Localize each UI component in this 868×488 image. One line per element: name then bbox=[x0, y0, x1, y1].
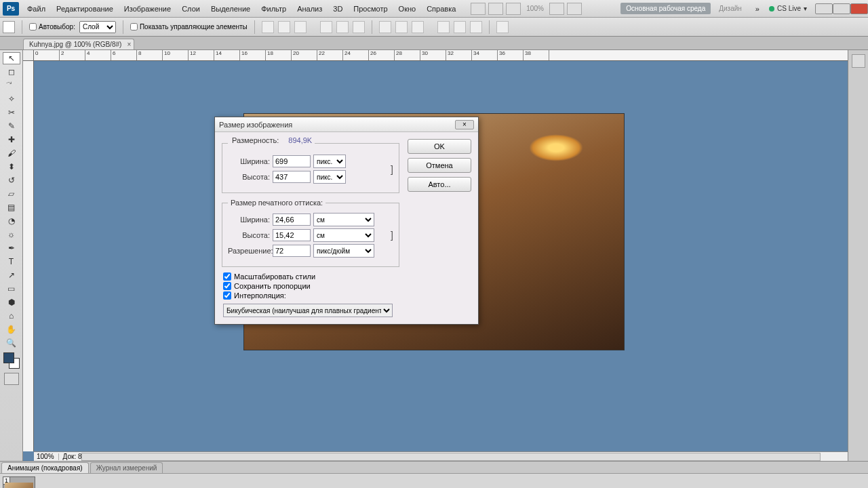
print-width-unit[interactable]: см bbox=[313, 213, 374, 226]
dodge-tool[interactable]: ☼ bbox=[3, 228, 20, 241]
align-icon[interactable] bbox=[278, 21, 290, 33]
close-button[interactable] bbox=[850, 3, 868, 14]
tab-animation[interactable]: Анимация (покадровая) bbox=[1, 462, 89, 473]
heal-tool[interactable]: ✚ bbox=[3, 134, 20, 146]
ruler-horizontal[interactable]: 02468101214161820222426283032343638 bbox=[34, 50, 848, 61]
link-icon: ] bbox=[391, 164, 393, 175]
bridge-icon[interactable] bbox=[471, 3, 486, 15]
workspace-primary[interactable]: Основная рабочая среда bbox=[620, 3, 711, 14]
resolution-input[interactable] bbox=[273, 245, 311, 257]
zoom-tool[interactable]: 🔍 bbox=[3, 337, 20, 349]
status-zoom[interactable]: 100% bbox=[37, 453, 54, 460]
3d-camera-tool[interactable]: ⌂ bbox=[3, 310, 20, 322]
align-icon[interactable] bbox=[353, 21, 365, 33]
maximize-button[interactable] bbox=[833, 3, 850, 14]
options-bar: Автовыбор: Слой Показать управляющие эле… bbox=[0, 18, 868, 37]
auto-align-icon[interactable] bbox=[496, 21, 509, 33]
distribute-icon[interactable] bbox=[454, 21, 466, 33]
lasso-tool[interactable]: ⃕ bbox=[3, 79, 20, 92]
align-icon[interactable] bbox=[294, 21, 307, 33]
scale-styles-checkbox[interactable]: Масштабировать стили bbox=[223, 272, 399, 281]
align-icon[interactable] bbox=[336, 21, 349, 33]
shape-tool[interactable]: ▭ bbox=[3, 283, 20, 295]
animation-frame[interactable]: 1 0 сек. ▾ bbox=[3, 476, 35, 488]
crop-tool[interactable]: ✂ bbox=[3, 106, 20, 119]
dialog-title: Размер изображения bbox=[219, 121, 455, 129]
tab-measurement-log[interactable]: Журнал измерений bbox=[90, 462, 163, 473]
print-width-input[interactable] bbox=[273, 214, 311, 226]
distribute-icon[interactable] bbox=[412, 21, 424, 33]
auto-select-checkbox[interactable]: Автовыбор: bbox=[29, 23, 75, 30]
eyedropper-tool[interactable]: ✎ bbox=[3, 120, 20, 132]
move-tool[interactable]: ↖ bbox=[3, 52, 20, 64]
type-tool[interactable]: T bbox=[3, 256, 20, 268]
align-icon[interactable] bbox=[320, 21, 332, 33]
ok-button[interactable]: OK bbox=[408, 139, 471, 154]
hand-tool[interactable]: ✋ bbox=[3, 323, 20, 336]
menu-view[interactable]: Просмотр bbox=[348, 5, 393, 13]
auto-select-target[interactable]: Слой bbox=[79, 21, 116, 33]
viewmode-icon[interactable] bbox=[506, 3, 521, 15]
resample-checkbox[interactable]: Интерполяция: bbox=[223, 291, 399, 300]
ruler-origin[interactable] bbox=[23, 50, 34, 61]
gradient-tool[interactable]: ▤ bbox=[3, 201, 20, 214]
menu-edit[interactable]: Редактирование bbox=[51, 5, 119, 13]
pen-tool[interactable]: ✒ bbox=[3, 242, 20, 254]
cancel-button[interactable]: Отмена bbox=[408, 158, 471, 173]
blur-tool[interactable]: ◔ bbox=[3, 215, 20, 227]
resolution-unit[interactable]: пикс/дюйм bbox=[313, 244, 374, 258]
right-panel-rail bbox=[848, 50, 868, 461]
menu-window[interactable]: Окно bbox=[393, 5, 422, 13]
brush-tool[interactable]: 🖌 bbox=[3, 147, 20, 159]
tab-close-icon[interactable]: × bbox=[127, 41, 132, 48]
toolbox: ↖ ◻ ⃕ ✧ ✂ ✎ ✚ 🖌 ⬍ ↺ ▱ ▤ ◔ ☼ ✒ T ↗ ▭ ⬢ ⌂ … bbox=[0, 50, 23, 461]
dialog-close-button[interactable]: × bbox=[455, 120, 474, 129]
panel-icon[interactable] bbox=[852, 54, 865, 68]
workspace-secondary[interactable]: Дизайн bbox=[713, 3, 747, 14]
menu-analysis[interactable]: Анализ bbox=[292, 5, 328, 13]
stamp-tool[interactable]: ⬍ bbox=[3, 161, 20, 173]
minibridge-icon[interactable] bbox=[488, 3, 503, 15]
interpolation-select[interactable]: Бикубическая (наилучшая для плавных град… bbox=[223, 304, 393, 317]
marquee-tool[interactable]: ◻ bbox=[3, 66, 20, 78]
menu-filter[interactable]: Фильтр bbox=[256, 5, 292, 13]
print-height-input[interactable] bbox=[273, 229, 311, 241]
menu-image[interactable]: Изображение bbox=[119, 5, 176, 13]
ruler-vertical[interactable] bbox=[23, 61, 34, 451]
constrain-proportions-checkbox[interactable]: Сохранить пропорции bbox=[223, 282, 399, 290]
auto-button[interactable]: Авто... bbox=[408, 177, 471, 192]
screenmode-icon[interactable] bbox=[567, 3, 582, 15]
distribute-icon[interactable] bbox=[379, 21, 391, 33]
quickmask-icon[interactable] bbox=[4, 373, 19, 385]
pixel-width-input[interactable] bbox=[273, 155, 311, 167]
wand-tool[interactable]: ✧ bbox=[3, 93, 20, 105]
menu-help[interactable]: Справка bbox=[421, 5, 461, 13]
menu-file[interactable]: Файл bbox=[22, 5, 51, 13]
pixel-height-input[interactable] bbox=[273, 171, 311, 183]
distribute-icon[interactable] bbox=[470, 21, 482, 33]
pixel-width-unit[interactable]: пикс. bbox=[313, 155, 346, 168]
history-brush-tool[interactable]: ↺ bbox=[3, 174, 20, 186]
minimize-button[interactable] bbox=[815, 3, 833, 14]
document-tab-row: Kuhnya.jpg @ 100% (RGB/8#)× bbox=[0, 37, 868, 50]
workspace-more-icon[interactable]: » bbox=[750, 5, 765, 13]
arrange-icon[interactable] bbox=[549, 3, 564, 15]
document-tab[interactable]: Kuhnya.jpg @ 100% (RGB/8#)× bbox=[23, 39, 134, 49]
show-controls-checkbox[interactable]: Показать управляющие элементы bbox=[130, 23, 248, 30]
path-tool[interactable]: ↗ bbox=[3, 269, 20, 281]
pixel-height-unit[interactable]: пикс. bbox=[313, 170, 346, 184]
menu-layers[interactable]: Слои bbox=[176, 5, 205, 13]
cslive-button[interactable]: CS Live▾ bbox=[765, 5, 811, 12]
color-swatches[interactable] bbox=[3, 352, 20, 369]
menu-select[interactable]: Выделение bbox=[205, 5, 256, 13]
3d-tool[interactable]: ⬢ bbox=[3, 296, 20, 308]
horizontal-scrollbar[interactable] bbox=[81, 453, 821, 461]
print-height-unit[interactable]: см bbox=[313, 228, 374, 242]
eraser-tool[interactable]: ▱ bbox=[3, 188, 20, 200]
current-tool-icon[interactable] bbox=[3, 21, 15, 33]
menu-3d[interactable]: 3D bbox=[328, 5, 348, 13]
distribute-icon[interactable] bbox=[395, 21, 408, 33]
dialog-titlebar[interactable]: Размер изображения × bbox=[215, 117, 478, 132]
distribute-icon[interactable] bbox=[437, 21, 450, 33]
align-icon[interactable] bbox=[262, 21, 274, 33]
